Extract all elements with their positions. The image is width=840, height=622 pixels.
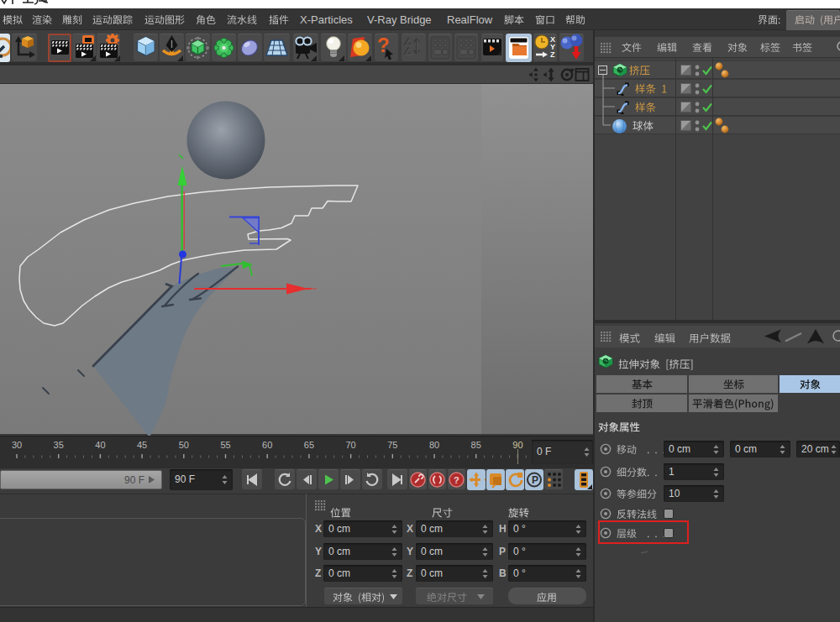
svg-text:?: ?	[454, 475, 459, 485]
svg-text:P: P	[532, 474, 538, 486]
svg-text:Z: Z	[550, 50, 555, 59]
